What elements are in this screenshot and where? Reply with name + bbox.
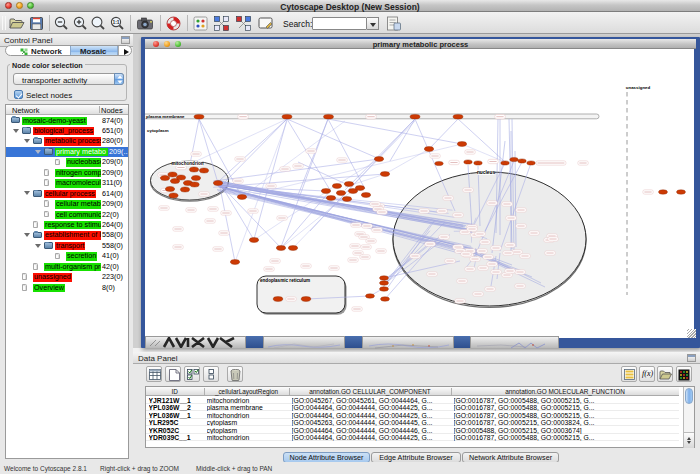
svg-text:mitochondrion: mitochondrion (171, 161, 203, 166)
svg-text:endoplasmic reticulum: endoplasmic reticulum (260, 278, 310, 283)
svg-text:cytoplasm: cytoplasm (147, 128, 169, 133)
svg-text:1:1: 1:1 (112, 19, 119, 25)
svg-text:nucleus: nucleus (477, 170, 495, 175)
svg-text:unassigned: unassigned (626, 85, 651, 90)
svg-text:plasma membrane: plasma membrane (146, 114, 185, 119)
